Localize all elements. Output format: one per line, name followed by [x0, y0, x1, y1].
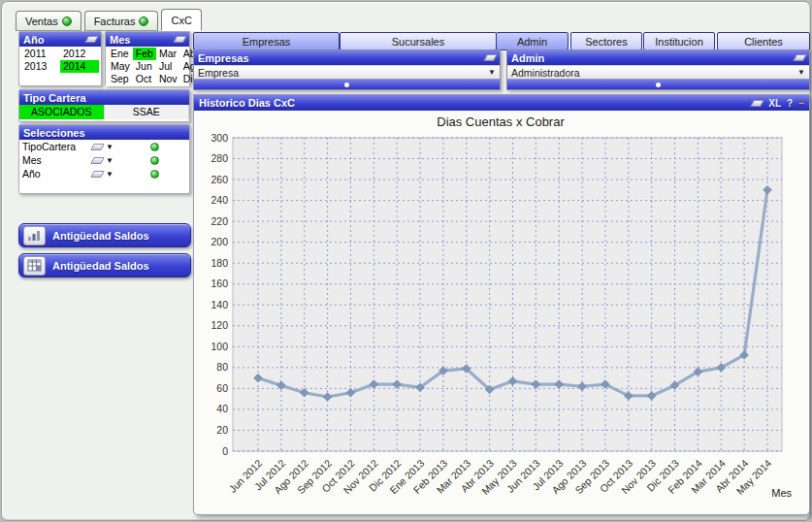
- minimize-icon[interactable]: −: [798, 98, 804, 109]
- object-tab-empresas[interactable]: Empresas: [193, 32, 340, 50]
- chart-caption: Historico Dias CxC XL ? −: [194, 95, 809, 111]
- bar-chart-icon: [23, 226, 46, 245]
- doc-tab-label: Facturas: [94, 16, 136, 27]
- mes-title: Mes: [110, 34, 130, 46]
- document-tabstrip: VentasFacturasCxC: [16, 11, 205, 31]
- button-label: Antigüedad Saldos: [52, 230, 149, 242]
- export-xl-icon[interactable]: XL: [768, 98, 781, 109]
- mes-listbox: EneFebMarAbrMayJunJulAgoSepOctNovDic: [106, 47, 189, 86]
- svg-text:20: 20: [216, 424, 228, 436]
- administradora-dropdown-value: Administradora: [511, 67, 580, 79]
- svg-text:140: 140: [211, 299, 228, 310]
- svg-text:80: 80: [216, 361, 228, 373]
- empresas-caption: Empresas: [194, 50, 500, 65]
- clear-eraser-icon[interactable]: [90, 171, 105, 178]
- object-tab-admin[interactable]: Admin: [496, 32, 568, 50]
- clear-eraser-icon[interactable]: [90, 144, 105, 150]
- mes-item[interactable]: Jul: [156, 60, 180, 73]
- chart-title-bar-text: Historico Dias CxC: [199, 97, 295, 109]
- empresas-title: Empresas: [198, 52, 249, 64]
- clear-eraser-icon[interactable]: [750, 100, 764, 107]
- svg-text:40: 40: [216, 403, 228, 414]
- scrollbar-thumb[interactable]: [656, 82, 661, 87]
- mes-listbox-panel: Mes EneFebMarAbrMayJunJulAgoSepOctNovDic: [105, 31, 190, 86]
- selection-row: TipoCartera▼: [19, 140, 189, 153]
- clear-eraser-icon[interactable]: [483, 54, 498, 61]
- svg-text:220: 220: [211, 215, 228, 227]
- selection-row: Año▼: [19, 167, 189, 180]
- antiguedad-saldos-button[interactable]: Antigüedad Saldos: [18, 223, 191, 247]
- clear-eraser-icon[interactable]: [793, 54, 807, 61]
- ano-listbox-panel: Año 2011201220132014: [18, 31, 102, 86]
- ano-item[interactable]: 2014: [60, 60, 99, 73]
- object-tab-sectores[interactable]: Sectores: [570, 32, 642, 50]
- clear-eraser-icon[interactable]: [90, 157, 105, 164]
- chart-body: Dias Cuentas x Cobrar 020406080100120140…: [194, 111, 807, 512]
- svg-text:160: 160: [211, 277, 228, 289]
- svg-text:200: 200: [211, 236, 228, 247]
- ano-title: Año: [23, 34, 44, 46]
- chevron-down-icon[interactable]: ▼: [106, 156, 114, 165]
- ano-item[interactable]: 2012: [60, 48, 99, 60]
- svg-text:240: 240: [211, 194, 228, 206]
- doc-tab-cxc[interactable]: CxC: [161, 9, 201, 31]
- current-selections: TipoCartera▼Mes▼Año▼: [19, 140, 189, 180]
- line-chart: 0204060801001201401601802002202402602803…: [194, 111, 807, 512]
- svg-text:300: 300: [211, 132, 228, 144]
- green-led-indicator: [150, 156, 159, 165]
- admin-title: Admin: [511, 52, 544, 64]
- mes-item[interactable]: May: [108, 60, 133, 73]
- tipo-cartera-listbox: ASOCIADOSSSAE: [19, 105, 189, 119]
- selecciones-panel: Selecciones TipoCartera▼Mes▼Año▼: [18, 124, 190, 194]
- svg-text:280: 280: [211, 152, 228, 164]
- ano-caption: Año: [19, 32, 101, 47]
- doc-tab-ventas[interactable]: Ventas: [16, 11, 81, 31]
- object-tab-institucion[interactable]: Institucion: [643, 32, 715, 50]
- svg-text:120: 120: [211, 319, 228, 331]
- mes-item[interactable]: Mar: [156, 48, 180, 60]
- x-axis-label: Mes: [771, 487, 792, 499]
- ano-item[interactable]: 2011: [21, 48, 60, 60]
- antiguedad-saldos-button[interactable]: Antigüedad Saldos: [18, 253, 191, 277]
- admin-filter-panel: Admin Administradora ▼: [506, 49, 810, 90]
- svg-text:260: 260: [211, 174, 228, 185]
- green-led-indicator: [150, 143, 159, 151]
- empresas-filter-panel: Empresas Empresa ▼: [193, 49, 501, 90]
- mes-item[interactable]: Feb: [133, 48, 156, 60]
- mes-item[interactable]: Nov: [156, 73, 180, 85]
- doc-tab-label: Ventas: [25, 16, 58, 27]
- clear-eraser-icon[interactable]: [173, 36, 187, 43]
- clear-eraser-icon[interactable]: [84, 36, 99, 43]
- object-tab-clientes[interactable]: Clientes: [717, 32, 810, 50]
- administradora-dropdown[interactable]: Administradora ▼: [507, 65, 809, 79]
- chevron-down-icon[interactable]: ▼: [106, 143, 114, 151]
- selecciones-caption: Selecciones: [19, 125, 189, 140]
- admin-caption: Admin: [507, 50, 809, 65]
- table-icon: [23, 256, 46, 276]
- empresa-dropdown[interactable]: Empresa ▼: [194, 65, 500, 79]
- svg-text:60: 60: [216, 382, 228, 394]
- doc-tab-facturas[interactable]: Facturas: [84, 11, 159, 31]
- mes-item[interactable]: Ene: [108, 48, 133, 60]
- ano-listbox: 2011201220132014: [19, 47, 101, 74]
- empresas-scrollbar[interactable]: [194, 79, 500, 89]
- green-led-indicator: [150, 170, 159, 179]
- ano-item[interactable]: 2013: [21, 60, 60, 73]
- tipo-cartera-item[interactable]: ASOCIADOS: [19, 105, 105, 119]
- mes-item[interactable]: Sep: [108, 73, 133, 85]
- mes-caption: Mes: [106, 32, 189, 47]
- selecciones-title: Selecciones: [23, 127, 85, 139]
- tipo-cartera-panel: Tipo Cartera ASOCIADOSSSAE: [18, 89, 190, 122]
- help-icon[interactable]: ?: [787, 98, 793, 109]
- app-window: VentasFacturasCxC Año 2011201220132014 M…: [1, 1, 811, 521]
- chevron-down-icon: ▼: [797, 68, 805, 77]
- svg-text:180: 180: [211, 257, 228, 269]
- mes-item[interactable]: Oct: [133, 73, 156, 85]
- tipo-cartera-item[interactable]: SSAE: [105, 105, 190, 119]
- chevron-down-icon[interactable]: ▼: [106, 170, 114, 179]
- green-status-dot: [139, 16, 148, 26]
- admin-scrollbar[interactable]: [507, 79, 809, 89]
- mes-item[interactable]: Jun: [133, 60, 156, 73]
- scrollbar-thumb[interactable]: [344, 82, 349, 87]
- object-tab-sucursales[interactable]: Sucursales: [340, 32, 497, 50]
